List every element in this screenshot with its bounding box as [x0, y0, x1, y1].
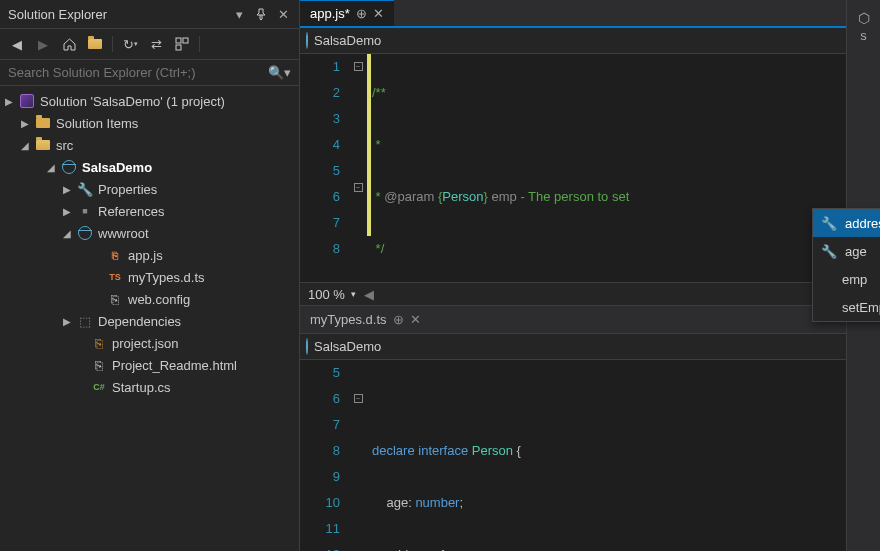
- editor-nav-bar-bottom[interactable]: SalsaDemo ▾ { }: [300, 334, 880, 360]
- tree-label: Project_Readme.html: [112, 358, 237, 373]
- editor-area: ⬡ s app.js* ⊕ ✕ SalsaDemo ▾ 12345678 −−: [300, 0, 880, 551]
- code-source[interactable]: declare interface Person { age: number; …: [372, 360, 880, 551]
- pin-icon[interactable]: ⊕: [356, 6, 367, 21]
- tree-label: project.json: [112, 336, 178, 351]
- solution-tree: ▶Solution 'SalsaDemo' (1 project) ▶Solut…: [0, 86, 299, 551]
- intellisense-item[interactable]: 🔧address: [813, 209, 880, 237]
- tree-file-appjs[interactable]: ⎘app.js: [0, 244, 299, 266]
- intellisense-item[interactable]: setEmployee: [813, 293, 880, 321]
- dependencies-icon: [76, 312, 94, 330]
- code-source[interactable]: /** * * @param {Person} emp - The person…: [372, 54, 880, 282]
- pin-icon[interactable]: [253, 6, 269, 22]
- right-label: s: [847, 28, 880, 43]
- panel-title: Solution Explorer: [8, 7, 225, 22]
- line-gutter: 5678910111213: [300, 360, 350, 551]
- tree-label: myTypes.d.ts: [128, 270, 205, 285]
- code-editor[interactable]: 12345678 −− /** * * @param {Person} emp …: [300, 54, 880, 282]
- svg-rect-1: [183, 38, 188, 43]
- tab-mytypes[interactable]: myTypes.d.ts ⊕ ✕: [300, 306, 431, 333]
- tree-file-projectjson[interactable]: ⎘project.json: [0, 332, 299, 354]
- editor-pane-bottom: myTypes.d.ts ⊕ ✕ SalsaDemo ▾ { } 5678910…: [300, 306, 880, 551]
- pin-icon[interactable]: ⊕: [393, 312, 404, 327]
- zoom-bar[interactable]: 100 % ▾ ◀: [300, 282, 880, 306]
- tree-label: Startup.cs: [112, 380, 171, 395]
- line-gutter: 12345678: [300, 54, 350, 282]
- tree-wwwroot[interactable]: ◢wwwroot: [0, 222, 299, 244]
- fold-toggle[interactable]: −: [354, 183, 363, 192]
- svg-rect-2: [176, 45, 181, 50]
- wrench-icon: 🔧: [76, 180, 94, 198]
- sync-icon[interactable]: ⇄: [147, 35, 165, 53]
- ts-file-icon: TS: [106, 268, 124, 286]
- tree-label: Solution Items: [56, 116, 138, 131]
- search-icon[interactable]: 🔍: [268, 65, 284, 80]
- tree-references[interactable]: ▶References: [0, 200, 299, 222]
- refresh-icon[interactable]: ↻▾: [121, 35, 139, 53]
- tree-solution-items[interactable]: ▶Solution Items: [0, 112, 299, 134]
- editor-tabs: app.js* ⊕ ✕: [300, 0, 880, 28]
- nav-fwd-icon[interactable]: ▶: [34, 35, 52, 53]
- tree-label: Properties: [98, 182, 157, 197]
- intellisense-label: emp: [842, 272, 867, 287]
- tree-src-folder[interactable]: ◢src: [0, 134, 299, 156]
- intellisense-item[interactable]: 🔧age: [813, 237, 880, 265]
- tree-label: Solution 'SalsaDemo' (1 project): [40, 94, 225, 109]
- home-icon[interactable]: [60, 35, 78, 53]
- intellisense-label: address: [845, 216, 880, 231]
- tree-label: SalsaDemo: [82, 160, 152, 175]
- folder-open-icon[interactable]: [86, 35, 104, 53]
- nav-back-icon[interactable]: ◀: [8, 35, 26, 53]
- tree-label: References: [98, 204, 164, 219]
- cs-file-icon: C#: [90, 378, 108, 396]
- editor-nav-bar[interactable]: SalsaDemo ▾: [300, 28, 880, 54]
- close-icon[interactable]: ✕: [410, 312, 421, 327]
- intellisense-label: age: [845, 244, 867, 259]
- fold-toggle[interactable]: −: [354, 394, 363, 403]
- intellisense-popup: 🔧address 🔧age emp setEmployee: [812, 208, 880, 322]
- solution-explorer-search: 🔍 ▾: [0, 60, 299, 86]
- tree-file-mytypes[interactable]: TSmyTypes.d.ts: [0, 266, 299, 288]
- scroll-left-icon[interactable]: ◀: [364, 287, 374, 302]
- chevron-down-icon[interactable]: ▾: [351, 289, 356, 299]
- tree-label: src: [56, 138, 73, 153]
- tab-label: myTypes.d.ts: [310, 312, 387, 327]
- tree-label: wwwroot: [98, 226, 149, 241]
- tree-label: web.config: [128, 292, 190, 307]
- cube-icon[interactable]: ⬡: [847, 10, 880, 26]
- toolbar-sep: [112, 36, 113, 52]
- tree-project[interactable]: ◢SalsaDemo: [0, 156, 299, 178]
- close-icon[interactable]: ✕: [373, 6, 384, 21]
- fold-gutter: −: [350, 360, 366, 551]
- tree-label: app.js: [128, 248, 163, 263]
- json-file-icon: ⎘: [90, 334, 108, 352]
- tab-label: app.js*: [310, 6, 350, 21]
- zoom-value: 100 %: [308, 287, 345, 302]
- svg-rect-0: [176, 38, 181, 43]
- editor-tabs-bottom: myTypes.d.ts ⊕ ✕: [300, 306, 880, 334]
- intellisense-item[interactable]: emp: [813, 265, 880, 293]
- dropdown-icon[interactable]: ▾: [231, 6, 247, 22]
- code-editor-bottom[interactable]: 5678910111213 − declare interface Person…: [300, 360, 880, 551]
- editor-pane-top: app.js* ⊕ ✕ SalsaDemo ▾ 12345678 −− /** …: [300, 0, 880, 306]
- tree-properties[interactable]: ▶🔧Properties: [0, 178, 299, 200]
- wrench-icon: 🔧: [821, 244, 837, 259]
- config-file-icon: ⎘: [106, 290, 124, 308]
- tree-solution-node[interactable]: ▶Solution 'SalsaDemo' (1 project): [0, 90, 299, 112]
- fold-toggle[interactable]: −: [354, 62, 363, 71]
- tab-appjs[interactable]: app.js* ⊕ ✕: [300, 0, 394, 26]
- tree-file-startup[interactable]: C#Startup.cs: [0, 376, 299, 398]
- solution-explorer-toolbar: ◀ ▶ ↻▾ ⇄: [0, 29, 299, 60]
- intellisense-label: setEmployee: [842, 300, 880, 315]
- references-icon: [76, 202, 94, 220]
- close-icon[interactable]: ✕: [275, 6, 291, 22]
- toolbar-sep: [199, 36, 200, 52]
- tree-file-readme[interactable]: ⎘Project_Readme.html: [0, 354, 299, 376]
- tree-file-webconfig[interactable]: ⎘web.config: [0, 288, 299, 310]
- nav-label: SalsaDemo: [314, 339, 843, 354]
- tree-dependencies[interactable]: ▶Dependencies: [0, 310, 299, 332]
- search-input[interactable]: [8, 65, 268, 80]
- search-dd-icon[interactable]: ▾: [284, 65, 291, 80]
- showall-icon[interactable]: [173, 35, 191, 53]
- html-file-icon: ⎘: [90, 356, 108, 374]
- fold-gutter: −−: [350, 54, 366, 282]
